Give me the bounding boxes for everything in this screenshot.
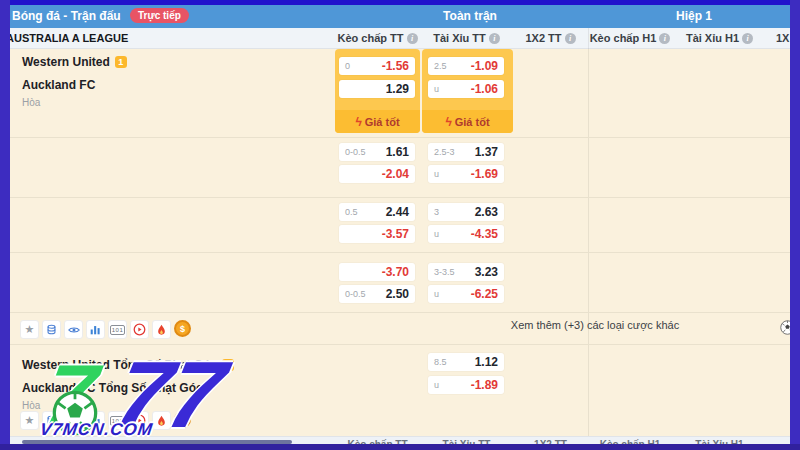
statistics-chart-icon[interactable] bbox=[86, 411, 105, 430]
frame-top bbox=[0, 0, 800, 5]
corners-home-name: Western United Tổng Số Phạt Góc bbox=[22, 358, 217, 372]
bolt-icon: ϟ bbox=[445, 115, 451, 129]
best-price-badge: ϟGiá tốt bbox=[335, 110, 420, 133]
odds-cell-totals-ft[interactable]: u-1.06 bbox=[428, 80, 504, 98]
more-bets-link[interactable]: Xem thêm (+3) các loại cược khác bbox=[420, 319, 770, 331]
hot-flame-icon[interactable] bbox=[152, 411, 171, 430]
watch-eye-icon[interactable] bbox=[64, 411, 83, 430]
odds-cell-totals-ft[interactable]: 2.5-1.09 bbox=[428, 57, 504, 75]
first-half-section-label: Hiệp 1 bbox=[588, 9, 800, 23]
frame-left bbox=[0, 0, 10, 450]
row-divider bbox=[10, 137, 790, 138]
title-bar: Bóng đá - Trận đấu Trực tiếp Toàn trận H… bbox=[10, 5, 790, 28]
best-price-badge: ϟGiá tốt bbox=[422, 110, 513, 133]
info-icon[interactable]: i bbox=[565, 33, 576, 44]
odds-cell-handicap-ft[interactable]: 0-1.56 bbox=[339, 57, 415, 75]
col-header-1x2-ft: 1X2 TTi bbox=[513, 32, 588, 44]
section-divider bbox=[588, 28, 589, 436]
info-icon[interactable]: i bbox=[489, 33, 500, 44]
odds-cell-totals-ft[interactable]: u-4.35 bbox=[428, 225, 504, 243]
statistics-chart-icon[interactable] bbox=[86, 320, 105, 339]
page-title: Bóng đá - Trận đấu bbox=[12, 9, 121, 23]
info-icon[interactable]: i bbox=[742, 33, 753, 44]
odds-cell-handicap-ft[interactable]: 1.29 bbox=[339, 80, 415, 98]
corners-home-row: Western United Tổng Số Phạt Góc1 bbox=[22, 358, 234, 372]
info-icon[interactable]: i bbox=[407, 33, 418, 44]
full-time-section-label: Toàn trận bbox=[335, 9, 605, 23]
odds-history-icon[interactable]: 101 bbox=[108, 320, 127, 339]
row-divider bbox=[10, 197, 790, 198]
home-team-name: Western United bbox=[22, 55, 110, 69]
hot-flame-icon[interactable] bbox=[152, 320, 171, 339]
odds-cell-handicap-ft[interactable]: -3.70 bbox=[339, 263, 415, 281]
odds-cell-totals-ft[interactable]: 32.63 bbox=[428, 203, 504, 221]
league-name: AUSTRALIA A LEAGUE bbox=[6, 32, 128, 44]
col-header-totals-h1: Tài Xỉu H1i bbox=[672, 32, 767, 44]
odds-cell-handicap-ft[interactable]: 0-0.51.61 bbox=[339, 143, 415, 161]
live-badge[interactable]: Trực tiếp bbox=[130, 8, 189, 23]
odds-cell-corners-totals[interactable]: 8.51.12 bbox=[428, 353, 504, 371]
col-header-handicap-h1: Kèo chấp H1i bbox=[588, 32, 672, 44]
odds-cell-handicap-ft[interactable]: 0.52.44 bbox=[339, 203, 415, 221]
favorite-star-icon[interactable]: ★ bbox=[20, 411, 39, 430]
odds-cell-corners-totals[interactable]: u-1.89 bbox=[428, 376, 504, 394]
home-team-row: Western United1 bbox=[22, 55, 127, 69]
away-team-name: Auckland FC bbox=[22, 78, 95, 92]
database-icon[interactable] bbox=[42, 320, 61, 339]
frame-right bbox=[790, 0, 800, 450]
odds-cell-totals-ft[interactable]: 2.5-31.37 bbox=[428, 143, 504, 161]
betting-odds-screen: Bóng đá - Trận đấu Trực tiếp Toàn trận H… bbox=[0, 0, 800, 450]
rank-badge: 1 bbox=[115, 56, 127, 68]
info-icon[interactable]: i bbox=[659, 33, 670, 44]
odds-cell-handicap-ft[interactable]: -2.04 bbox=[339, 165, 415, 183]
odds-cell-totals-ft[interactable]: 3-3.53.23 bbox=[428, 263, 504, 281]
bolt-icon: ϟ bbox=[355, 115, 361, 129]
watch-eye-icon[interactable] bbox=[64, 320, 83, 339]
row-divider bbox=[10, 252, 790, 253]
col-header-totals-ft: Tài Xỉu TTi bbox=[420, 32, 513, 44]
odds-cell-totals-ft[interactable]: u-1.69 bbox=[428, 165, 504, 183]
corners-away-name: Auckland FC Tổng Số Phạt Góc bbox=[22, 381, 203, 395]
odds-cell-handicap-ft[interactable]: 0-0.52.50 bbox=[339, 285, 415, 303]
odds-history-icon[interactable]: 101 bbox=[108, 411, 127, 430]
favorite-star-icon[interactable]: ★ bbox=[20, 320, 39, 339]
play-video-icon[interactable] bbox=[130, 411, 149, 430]
col-header-handicap-ft: Kèo chấp TTi bbox=[335, 32, 420, 44]
draw-label: Hòa bbox=[22, 97, 40, 108]
database-icon[interactable] bbox=[42, 411, 61, 430]
coin-icon[interactable]: $ bbox=[174, 411, 191, 428]
frame-bottom bbox=[0, 444, 800, 450]
row-divider bbox=[10, 312, 790, 313]
rank-badge: 1 bbox=[222, 359, 234, 371]
coin-icon[interactable]: $ bbox=[174, 320, 191, 337]
play-video-icon[interactable] bbox=[130, 320, 149, 339]
row-divider bbox=[10, 344, 790, 345]
odds-cell-totals-ft[interactable]: u-6.25 bbox=[428, 285, 504, 303]
corners-draw-label: Hòa bbox=[22, 400, 40, 411]
odds-cell-handicap-ft[interactable]: -3.57 bbox=[339, 225, 415, 243]
